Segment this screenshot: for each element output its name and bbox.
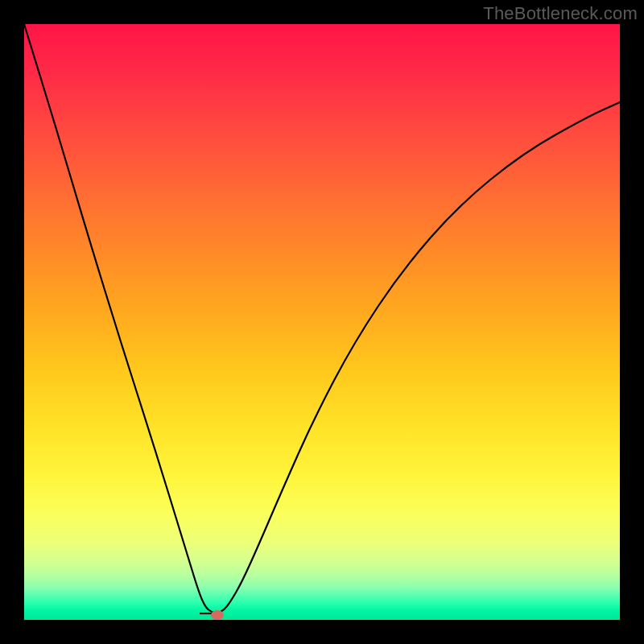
bottleneck-curve [24,24,620,613]
watermark-label: TheBottleneck.com [483,3,638,24]
minimum-marker [211,610,224,620]
chart-frame: TheBottleneck.com [0,0,644,644]
curve-layer [24,24,620,620]
plot-area [24,24,620,620]
